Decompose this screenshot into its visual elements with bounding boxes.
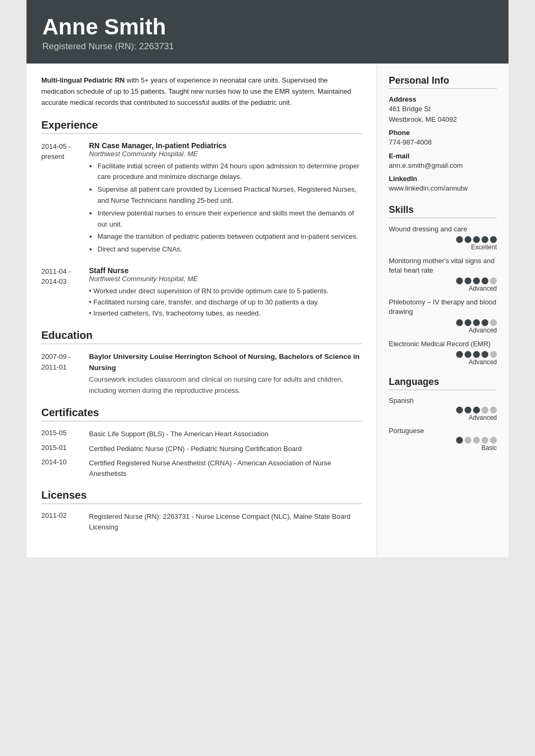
skill-level-3: Advanced — [389, 327, 497, 334]
linkedin-value: www.linkedin.com/annutw — [389, 183, 497, 194]
email-value: ann.e.smith@gmail.com — [389, 160, 497, 171]
cert-item-1: 2015-05 Basic Life Support (BLS) - The A… — [41, 429, 362, 439]
experience-item-2: 2011-04 -2014-03 Staff Nurse Northwest C… — [41, 266, 362, 319]
licenses-divider — [41, 503, 362, 504]
dot — [456, 277, 463, 284]
lang-item-1: Spanish Advanced — [389, 397, 497, 421]
exp-date-2: 2011-04 -2014-03 — [41, 266, 89, 319]
personal-info-title: Personal Info — [389, 75, 497, 86]
address-label: Address — [389, 95, 497, 103]
email-label: E-mail — [389, 152, 497, 160]
sidebar: Personal Info Address 461 Bridge St West… — [377, 64, 509, 557]
dot — [456, 437, 463, 444]
certificates-title: Certificates — [41, 407, 362, 419]
list-item: Manage the transition of pediatric patie… — [97, 231, 362, 242]
skill-item-3: Phlebotomy – IV therapy and blood drawin… — [389, 298, 497, 334]
lang-dots-2 — [389, 437, 497, 444]
list-item: Facilitate initial screen of patients wi… — [97, 161, 362, 183]
dot — [490, 351, 497, 358]
skills-section: Skills Wound dressing and care Excellent… — [389, 204, 497, 366]
lang-name-2: Portuguese — [389, 427, 497, 435]
list-item: Direct and supervise CNAs. — [97, 244, 362, 255]
lang-level-1: Advanced — [389, 414, 497, 421]
dot — [482, 236, 488, 243]
dot — [465, 319, 471, 326]
certificates-divider — [41, 421, 362, 421]
cert-text-3: Certified Registered Nurse Anesthetist (… — [89, 458, 362, 479]
lang-dots-1 — [389, 407, 497, 413]
address-line2: Westbrook, ME 04092 — [389, 114, 497, 125]
dot — [465, 407, 471, 413]
dot — [465, 351, 471, 358]
address-line1: 461 Bridge St — [389, 104, 497, 114]
license-text-1: Registered Nurse (RN): 2263731 - Nurse L… — [89, 511, 362, 532]
dot — [456, 351, 463, 358]
exp-company-2: Northwest Community Hospital, ME — [89, 275, 362, 283]
cert-date-1: 2015-05 — [41, 429, 89, 437]
skill-level-2: Advanced — [389, 285, 497, 292]
cert-item-3: 2014-10 Certified Registered Nurse Anest… — [41, 458, 362, 479]
dot — [482, 437, 488, 444]
skill-dots-2 — [389, 277, 497, 284]
experience-divider — [41, 133, 362, 134]
exp-company-1: Northwest Community Hospital, ME — [89, 150, 362, 158]
header-subtitle: Registered Nurse (RN): 2263731 — [42, 41, 493, 52]
experience-item-1: 2014-05 -present RN Case Manager, In-pat… — [41, 141, 362, 257]
dot — [482, 407, 488, 413]
education-title: Education — [41, 329, 362, 341]
exp-content-2: Staff Nurse Northwest Community Hospital… — [89, 266, 362, 319]
skill-dots-3 — [389, 319, 497, 326]
cert-text-1: Basic Life Support (BLS) - The American … — [89, 429, 362, 439]
skill-item-2: Monitoring mother's vital signs and feta… — [389, 256, 497, 292]
skill-level-1: Excellent — [389, 244, 497, 251]
main-content: Multi-lingual Pediatric RN with 5+ years… — [26, 64, 377, 557]
exp-bullets-1: Facilitate initial screen of patients wi… — [97, 161, 362, 255]
lang-item-2: Portuguese Basic — [389, 427, 497, 452]
cert-date-2: 2015-01 — [41, 444, 89, 452]
education-item-1: 2007-09 -2011-01 Baylor University Louis… — [41, 352, 362, 396]
exp-title-1: RN Case Manager, In-patient Pediatrics — [89, 141, 362, 150]
summary: Multi-lingual Pediatric RN with 5+ years… — [41, 75, 362, 108]
licenses-title: Licenses — [41, 489, 362, 501]
dot — [473, 351, 480, 358]
license-date-1: 2011-02 — [41, 511, 89, 519]
dot — [456, 236, 463, 243]
dot — [473, 407, 480, 413]
exp-text-2: • Worked under direct supervision of RN … — [89, 286, 362, 319]
education-divider — [41, 344, 362, 344]
skill-name-3: Phlebotomy – IV therapy and blood drawin… — [389, 298, 497, 317]
personal-info-section: Personal Info Address 461 Bridge St West… — [389, 75, 497, 194]
personal-info-divider — [389, 88, 497, 89]
phone-label: Phone — [389, 129, 497, 137]
license-item-1: 2011-02 Registered Nurse (RN): 2263731 -… — [41, 511, 362, 532]
lang-name-1: Spanish — [389, 397, 497, 404]
languages-divider — [389, 390, 497, 390]
lang-level-2: Basic — [389, 444, 497, 452]
body: Multi-lingual Pediatric RN with 5+ years… — [26, 64, 509, 557]
languages-section: Languages Spanish Advanced Portuguese — [389, 376, 497, 452]
education-section: Education 2007-09 -2011-01 Baylor Univer… — [41, 329, 362, 396]
skill-name-2: Monitoring mother's vital signs and feta… — [389, 256, 497, 275]
dot — [490, 277, 497, 284]
dot — [490, 236, 497, 243]
dot — [490, 407, 497, 413]
exp-content-1: RN Case Manager, In-patient Pediatrics N… — [89, 141, 362, 257]
dot — [473, 277, 480, 284]
languages-title: Languages — [389, 376, 497, 388]
dot — [473, 236, 480, 243]
skill-name-4: Electronic Medical Record (EMR) — [389, 339, 497, 349]
skill-item-1: Wound dressing and care Excellent — [389, 224, 497, 251]
edu-desc-1: Coursework includes classroom and clinic… — [89, 374, 362, 397]
dot — [482, 319, 488, 326]
header-name: Anne Smith — [42, 15, 493, 39]
dot — [465, 437, 471, 444]
dot — [490, 437, 497, 444]
skill-name-1: Wound dressing and care — [389, 224, 497, 234]
skills-title: Skills — [389, 204, 497, 215]
dot — [473, 319, 480, 326]
summary-bold: Multi-lingual Pediatric RN — [41, 76, 124, 84]
edu-content-1: Baylor University Louise Herrington Scho… — [89, 352, 362, 396]
skill-level-4: Advanced — [389, 358, 497, 366]
dot — [490, 319, 497, 326]
dot — [473, 437, 480, 444]
